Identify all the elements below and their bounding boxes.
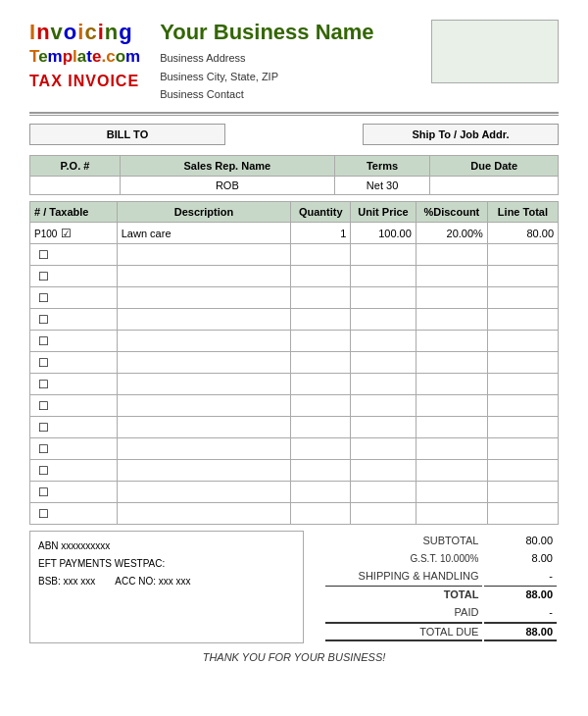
item-description [117, 460, 291, 482]
item-row: ☐ [30, 352, 559, 374]
item-code-cell: ☐ [30, 503, 118, 525]
item-code-cell: ☐ [30, 352, 118, 374]
item-unit-price [351, 244, 416, 266]
item-description [117, 503, 291, 525]
item-code-cell: ☐ [30, 482, 118, 503]
item-row: ☐ [30, 331, 559, 352]
checkbox-unchecked-icon[interactable]: ☐ [38, 442, 49, 456]
item-description [117, 331, 291, 352]
item-discount [416, 438, 487, 460]
header-divider [29, 112, 559, 116]
gst-label: G.S.T. 10.000% [325, 550, 482, 566]
col-line-total: Line Total [487, 202, 558, 223]
item-line-total [487, 287, 558, 309]
paid-row: PAID - [325, 604, 557, 620]
payment-info: ABN xxxxxxxxxx EFT PAYMENTS WESTPAC: BSB… [29, 531, 304, 643]
checkbox-checked-icon[interactable]: ☑ [61, 227, 72, 240]
shipping-row: SHIPPING & HANDLING - [325, 568, 557, 584]
item-discount [416, 331, 487, 352]
po-header-terms: Terms [334, 156, 430, 177]
item-discount [416, 266, 487, 287]
tax-invoice-label: TAX INVOICE [29, 73, 140, 90]
logo-section: Invoicing Template.com TAX INVOICE [29, 20, 140, 90]
due-label: TOTAL DUE [325, 622, 482, 641]
item-quantity [291, 374, 351, 395]
checkbox-unchecked-icon[interactable]: ☐ [38, 378, 49, 391]
logo-invoicing: Invoicing [29, 20, 140, 45]
bill-to-box: BILL TO [29, 124, 225, 145]
item-code-cell: ☐ [30, 395, 118, 417]
items-table: # / Taxable Description Quantity Unit Pr… [29, 201, 559, 525]
checkbox-unchecked-icon[interactable]: ☐ [38, 399, 49, 413]
paid-label: PAID [325, 604, 482, 620]
item-code-cell: ☐ [30, 331, 118, 352]
po-terms: Net 30 [334, 177, 430, 195]
item-code-cell: ☐ [30, 309, 118, 331]
checkbox-unchecked-icon[interactable]: ☐ [38, 421, 49, 435]
item-description [117, 244, 291, 266]
item-description [117, 352, 291, 374]
business-info: Business Address Business City, State, Z… [160, 49, 421, 104]
checkbox-unchecked-icon[interactable]: ☐ [38, 270, 49, 283]
item-code-cell: ☐ [30, 287, 118, 309]
item-description [117, 287, 291, 309]
item-discount [416, 503, 487, 525]
item-unit-price [351, 266, 416, 287]
item-unit-price [351, 395, 416, 417]
item-unit-price [351, 417, 416, 438]
item-quantity [291, 266, 351, 287]
item-unit-price [351, 460, 416, 482]
total-due-row: TOTAL DUE 88.00 [325, 622, 557, 641]
item-unit-price [351, 331, 416, 352]
checkbox-unchecked-icon[interactable]: ☐ [38, 313, 49, 327]
item-unit-price [351, 503, 416, 525]
item-unit-price [351, 287, 416, 309]
item-discount: 20.00% [416, 223, 487, 244]
item-discount [416, 374, 487, 395]
item-discount [416, 244, 487, 266]
item-line-total [487, 244, 558, 266]
checkbox-unchecked-icon[interactable]: ☐ [38, 291, 49, 305]
item-description: Lawn care [117, 223, 291, 244]
item-code-cell: ☐ [30, 266, 118, 287]
item-row: ☐ [30, 417, 559, 438]
acc-info: ACC NO: xxx xxx [115, 573, 190, 590]
total-value: 88.00 [484, 586, 557, 602]
item-discount [416, 309, 487, 331]
checkbox-unchecked-icon[interactable]: ☐ [38, 486, 49, 499]
item-discount [416, 395, 487, 417]
item-unit-price [351, 482, 416, 503]
item-row: ☐ [30, 438, 559, 460]
gst-row: G.S.T. 10.000% 8.00 [325, 550, 557, 566]
item-quantity [291, 331, 351, 352]
item-line-total [487, 395, 558, 417]
checkbox-unchecked-icon[interactable]: ☐ [38, 464, 49, 478]
checkbox-unchecked-icon[interactable]: ☐ [38, 334, 49, 348]
checkbox-unchecked-icon[interactable]: ☐ [38, 507, 49, 521]
bsb-info: BSB: xxx xxx [38, 573, 95, 590]
item-unit-price [351, 438, 416, 460]
item-unit-price [351, 352, 416, 374]
item-description [117, 395, 291, 417]
po-row: ROB Net 30 [30, 177, 559, 195]
business-contact: Business Contact [160, 85, 421, 104]
checkbox-unchecked-icon[interactable]: ☐ [38, 356, 49, 370]
item-discount [416, 417, 487, 438]
col-discount: %Discount [416, 202, 487, 223]
item-quantity [291, 395, 351, 417]
bank-info: BSB: xxx xxx ACC NO: xxx xxx [38, 573, 295, 590]
item-code: P100 [34, 229, 57, 239]
item-line-total [487, 503, 558, 525]
item-code-cell: ☐ [30, 244, 118, 266]
shipping-label: SHIPPING & HANDLING [325, 568, 482, 584]
col-description: Description [117, 202, 291, 223]
item-discount [416, 352, 487, 374]
checkbox-unchecked-icon[interactable]: ☐ [38, 248, 49, 262]
item-row: ☐ [30, 374, 559, 395]
item-quantity: 1 [291, 223, 351, 244]
item-discount [416, 460, 487, 482]
paid-value: - [484, 604, 557, 620]
po-header-rep: Sales Rep. Name [121, 156, 335, 177]
bottom-section: ABN xxxxxxxxxx EFT PAYMENTS WESTPAC: BSB… [29, 531, 559, 643]
invoice-number-box [431, 20, 559, 83]
